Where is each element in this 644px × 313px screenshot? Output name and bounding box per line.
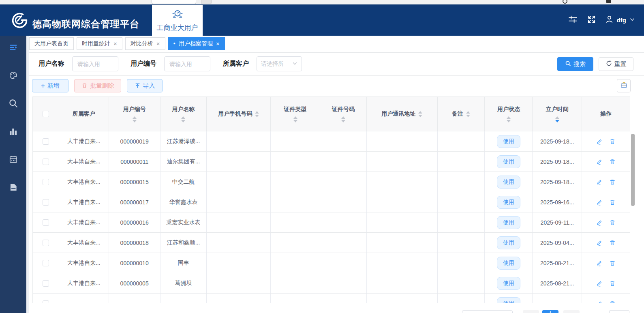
sidebar-item-calendar[interactable] bbox=[0, 151, 26, 169]
sidebar-item-statistics[interactable] bbox=[0, 123, 26, 141]
browser-chrome-strip bbox=[0, 0, 644, 4]
tab-close-icon[interactable]: × bbox=[113, 40, 117, 47]
customer-select[interactable]: 请选择所 bbox=[257, 56, 302, 71]
sort-carets[interactable] bbox=[133, 116, 137, 122]
browser-icon[interactable] bbox=[563, 0, 567, 4]
col-header-user_no[interactable]: 用户编号 bbox=[109, 97, 160, 131]
cell-open_time: 2025-09-18... bbox=[533, 172, 582, 192]
upload-icon bbox=[135, 82, 141, 90]
delete-icon[interactable] bbox=[609, 159, 616, 165]
sidebar-collapse-button[interactable] bbox=[0, 39, 26, 58]
delete-icon[interactable] bbox=[609, 179, 616, 185]
col-label: 用户编号 bbox=[123, 106, 146, 113]
user-no-input[interactable] bbox=[164, 56, 210, 71]
browser-icon-2[interactable] bbox=[606, 0, 611, 3]
cell-open_time: 2025-08-21... bbox=[533, 273, 582, 293]
column-settings-button[interactable] bbox=[617, 79, 631, 92]
col-header-address[interactable]: 用户通讯地址 bbox=[367, 97, 438, 131]
sort-carets[interactable] bbox=[255, 111, 259, 117]
page-size-select[interactable] bbox=[462, 310, 513, 313]
add-button[interactable]: + 新增 bbox=[32, 79, 68, 92]
row-checkbox[interactable] bbox=[43, 300, 49, 304]
edit-icon[interactable] bbox=[596, 280, 603, 287]
tab-3[interactable]: ●用户档案管理× bbox=[168, 37, 225, 50]
cell-user_name: 江苏和鑫顺... bbox=[160, 233, 207, 253]
col-header-cert_type[interactable]: 证件类型 bbox=[271, 97, 320, 131]
delete-icon[interactable] bbox=[609, 199, 616, 206]
edit-icon[interactable] bbox=[596, 300, 603, 304]
sort-carets[interactable] bbox=[555, 116, 559, 122]
table-row: 大丰港自来...000000017华誉鑫水表使用2025-09-16... bbox=[33, 192, 630, 212]
row-checkbox[interactable] bbox=[43, 138, 49, 145]
user-menu[interactable]: dfg bbox=[605, 15, 635, 25]
row-checkbox[interactable] bbox=[43, 260, 49, 266]
vertical-scrollbar[interactable] bbox=[631, 134, 635, 206]
edit-icon[interactable] bbox=[596, 240, 603, 246]
delete-icon[interactable] bbox=[609, 300, 616, 304]
delete-icon[interactable] bbox=[609, 240, 616, 246]
edit-icon[interactable] bbox=[596, 260, 603, 266]
tab-label: 对比分析 bbox=[131, 40, 153, 47]
settings-sliders-icon[interactable] bbox=[568, 14, 578, 26]
row-checkbox[interactable] bbox=[43, 159, 49, 165]
sort-carets[interactable] bbox=[507, 116, 511, 122]
sort-carets[interactable] bbox=[181, 116, 185, 122]
sidebar-item-theme[interactable] bbox=[0, 67, 26, 86]
sort-carets[interactable] bbox=[418, 111, 422, 117]
browser-button[interactable] bbox=[201, 0, 212, 4]
sort-carets[interactable] bbox=[293, 116, 297, 122]
cell-open_time: 2025-09-11... bbox=[533, 212, 582, 232]
cell-actions bbox=[582, 233, 630, 253]
search-button-label: 搜索 bbox=[573, 60, 586, 68]
user-name-input[interactable] bbox=[72, 56, 118, 71]
delete-icon[interactable] bbox=[609, 138, 616, 145]
col-header-cert_no[interactable]: 证件号码 bbox=[320, 97, 367, 131]
current-page-button[interactable]: 1 bbox=[542, 310, 558, 313]
page-jump-input[interactable] bbox=[609, 310, 629, 313]
browser-address-input[interactable] bbox=[152, 0, 196, 4]
row-checkbox[interactable] bbox=[43, 219, 49, 226]
cell-status: 使用 bbox=[485, 172, 533, 192]
sidebar-item-document[interactable] bbox=[0, 179, 26, 197]
cell-user_no: 000000011 bbox=[109, 152, 160, 172]
col-header-open_time[interactable]: 立户时间 bbox=[533, 97, 582, 131]
cell-address bbox=[367, 273, 438, 293]
col-header-status[interactable]: 用户状态 bbox=[485, 97, 533, 131]
row-checkbox[interactable] bbox=[43, 280, 49, 287]
tab-2[interactable]: 对比分析× bbox=[125, 37, 165, 50]
import-button[interactable]: 导入 bbox=[127, 79, 163, 92]
tab-0[interactable]: 大用户表首页 bbox=[29, 37, 74, 50]
row-checkbox[interactable] bbox=[43, 199, 49, 206]
reset-button[interactable]: 重置 bbox=[599, 57, 633, 71]
prev-page-button[interactable] bbox=[523, 310, 539, 313]
edit-icon[interactable] bbox=[596, 199, 603, 206]
cell-select bbox=[33, 253, 59, 273]
delete-icon[interactable] bbox=[609, 260, 616, 266]
delete-icon[interactable] bbox=[609, 280, 616, 287]
cell-cert_type bbox=[271, 253, 320, 273]
search-button[interactable]: 搜索 bbox=[557, 57, 593, 71]
col-header-user_name[interactable]: 用户名称 bbox=[160, 97, 207, 131]
fullscreen-icon[interactable] bbox=[587, 15, 596, 26]
sidebar-item-search[interactable] bbox=[0, 95, 26, 114]
col-header-phone[interactable]: 用户手机号码 bbox=[207, 97, 271, 131]
tab-close-icon[interactable]: × bbox=[156, 40, 160, 47]
batch-delete-button-label: 批量删除 bbox=[90, 82, 114, 90]
module-tab-industrial-users[interactable]: 工商业大用户 bbox=[152, 5, 203, 36]
edit-icon[interactable] bbox=[596, 219, 603, 226]
row-checkbox[interactable] bbox=[43, 240, 49, 246]
cell-actions bbox=[582, 152, 630, 172]
delete-icon[interactable] bbox=[609, 219, 616, 226]
col-header-remark[interactable]: 备注 bbox=[438, 97, 485, 131]
tab-1[interactable]: 时用量统计× bbox=[77, 37, 122, 50]
row-checkbox[interactable] bbox=[43, 179, 49, 185]
edit-icon[interactable] bbox=[596, 179, 603, 185]
sort-carets[interactable] bbox=[341, 116, 345, 122]
batch-delete-button[interactable]: 批量删除 bbox=[74, 79, 121, 92]
next-page-button[interactable] bbox=[563, 310, 580, 313]
edit-icon[interactable] bbox=[596, 159, 603, 165]
select-all-checkbox[interactable] bbox=[43, 111, 49, 117]
tab-close-icon[interactable]: × bbox=[216, 40, 220, 47]
sort-carets[interactable] bbox=[466, 111, 470, 117]
edit-icon[interactable] bbox=[596, 138, 603, 145]
